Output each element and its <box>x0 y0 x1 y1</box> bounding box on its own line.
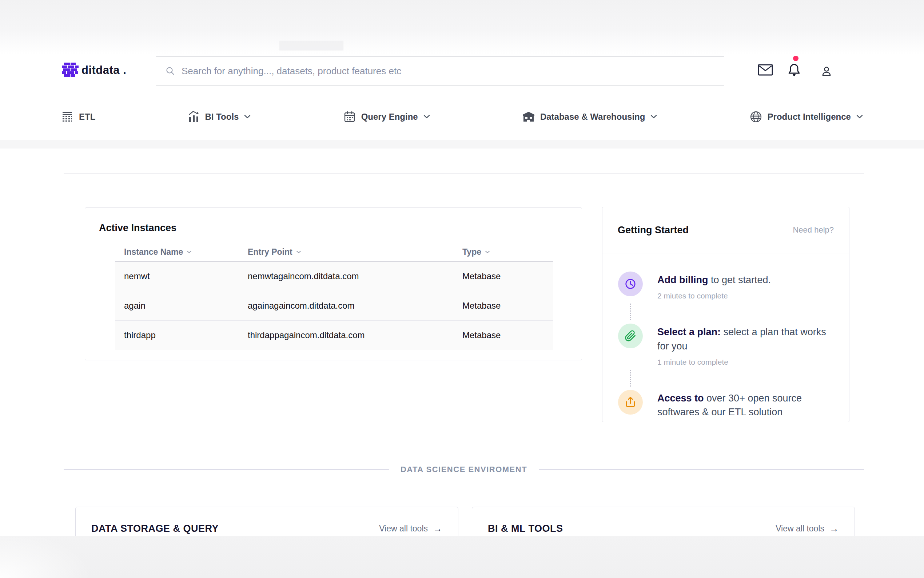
sort-chevron-icon <box>187 250 192 254</box>
chevron-down-icon <box>424 115 430 119</box>
getting-started-title: Getting Started <box>618 224 689 236</box>
step-select-plan[interactable]: Select a plan: select a plan that works … <box>618 323 835 367</box>
getting-started-header: Getting Started Need help? <box>602 207 849 253</box>
step-subtext: 1 minute to complete <box>657 358 832 367</box>
cell-type: Metabase <box>462 300 553 311</box>
nav-item-etl[interactable]: ETL <box>61 110 95 123</box>
nav-label: BI Tools <box>205 112 239 122</box>
cell-instance-name: thirdapp <box>115 330 248 340</box>
divider-label: DATA SCIENCE ENVIROMENT <box>401 465 527 474</box>
user-icon[interactable] <box>821 65 832 77</box>
nav-label: Database & Warehousing <box>540 112 645 122</box>
table-row[interactable]: again againagaincom.ditdata.com Metabase <box>115 291 553 321</box>
need-help-link[interactable]: Need help? <box>793 225 834 235</box>
view-all-tools-link[interactable]: View all tools → <box>775 523 839 534</box>
brand-name: ditdata . <box>81 64 126 77</box>
instances-table-header: Instance Name Entry Point Type <box>115 243 553 262</box>
upload-icon <box>625 396 636 408</box>
render-artifact <box>279 41 343 50</box>
search-input[interactable] <box>181 65 714 77</box>
tool-card-title: DATA STORAGE & QUERY <box>91 523 218 534</box>
sort-chevron-icon <box>296 250 301 254</box>
warehouse-icon <box>523 111 535 123</box>
table-row[interactable]: thirdapp thirdappagaincom.ditdata.com Me… <box>115 321 553 350</box>
step-title: Add billing to get started. <box>657 273 832 287</box>
getting-started-steps: Add billing to get started. 2 miutes to … <box>602 253 849 419</box>
bar-chart-icon <box>188 110 200 123</box>
top-gradient-band <box>0 0 924 54</box>
step-add-billing[interactable]: Add billing to get started. 2 miutes to … <box>618 271 835 300</box>
active-instances-title: Active Instances <box>99 222 176 234</box>
cell-type: Metabase <box>462 330 553 340</box>
step-title: Select a plan: select a plan that works … <box>657 325 832 353</box>
step-icon-badge <box>618 271 643 296</box>
column-header-entry-point[interactable]: Entry Point <box>248 247 462 257</box>
cell-instance-name: nemwt <box>115 271 248 281</box>
cell-instance-name: again <box>115 300 248 311</box>
cell-type: Metabase <box>462 271 553 281</box>
chevron-down-icon <box>856 115 863 119</box>
arrow-right-icon: → <box>829 523 839 534</box>
cell-entry-point: nemwtagaincom.ditdata.com <box>248 271 462 281</box>
getting-started-card: Getting Started Need help? Add billing t… <box>602 207 850 422</box>
chevron-down-icon <box>244 115 251 119</box>
content-top-divider <box>64 173 864 174</box>
nav-item-database-warehousing[interactable]: Database & Warehousing <box>523 111 657 123</box>
nav-bottom-strip <box>0 140 924 148</box>
step-subtext: 2 miutes to complete <box>657 292 832 300</box>
nav-item-product-intelligence[interactable]: Product Intelligence <box>750 110 863 123</box>
sort-chevron-icon <box>485 250 490 254</box>
nav-item-bi-tools[interactable]: BI Tools <box>188 110 251 123</box>
cell-entry-point: againagaincom.ditdata.com <box>248 300 462 311</box>
bottom-gradient-band <box>0 536 924 578</box>
main-nav: ETL BI Tools <box>0 93 924 140</box>
calendar-icon <box>343 110 356 123</box>
nav-item-query-engine[interactable]: Query Engine <box>343 110 430 123</box>
step-access-tools[interactable]: Access to over 30+ open source softwares… <box>618 390 835 419</box>
column-header-instance-name[interactable]: Instance Name <box>115 247 248 257</box>
nav-label: Query Engine <box>361 112 418 122</box>
bell-icon[interactable] <box>787 63 801 78</box>
nav-label: ETL <box>79 112 95 122</box>
brand-logo[interactable]: ditdata . <box>62 63 126 78</box>
paperclip-icon <box>625 330 636 342</box>
nav-label: Product Intelligence <box>767 112 851 122</box>
global-search <box>156 57 724 86</box>
etl-grid-icon <box>61 110 73 123</box>
active-instances-card: Active Instances Instance Name Entry Poi… <box>85 208 582 360</box>
chevron-down-icon <box>651 115 657 119</box>
mail-icon[interactable] <box>758 64 773 76</box>
instances-table: Instance Name Entry Point Type nemwt nem… <box>115 243 553 350</box>
step-icon-badge <box>618 323 643 348</box>
bricks-logo-icon <box>62 63 79 78</box>
cell-entry-point: thirdappagaincom.ditdata.com <box>248 330 462 340</box>
step-connector <box>630 370 835 386</box>
globe-icon <box>750 110 762 123</box>
search-icon <box>165 66 175 76</box>
step-title: Access to over 30+ open source softwares… <box>657 391 832 419</box>
column-header-type[interactable]: Type <box>462 247 553 257</box>
tool-card-title: BI & ML TOOLS <box>488 523 563 534</box>
step-icon-badge <box>618 390 643 414</box>
step-connector <box>630 304 835 320</box>
arrow-right-icon: → <box>433 523 442 534</box>
clock-icon <box>625 278 636 290</box>
notification-dot <box>793 56 798 61</box>
page: ditdata . <box>0 0 924 578</box>
table-row[interactable]: nemwt nemwtagaincom.ditdata.com Metabase <box>115 262 553 291</box>
data-science-divider: DATA SCIENCE ENVIROMENT <box>64 461 864 477</box>
view-all-tools-link[interactable]: View all tools → <box>379 523 442 534</box>
